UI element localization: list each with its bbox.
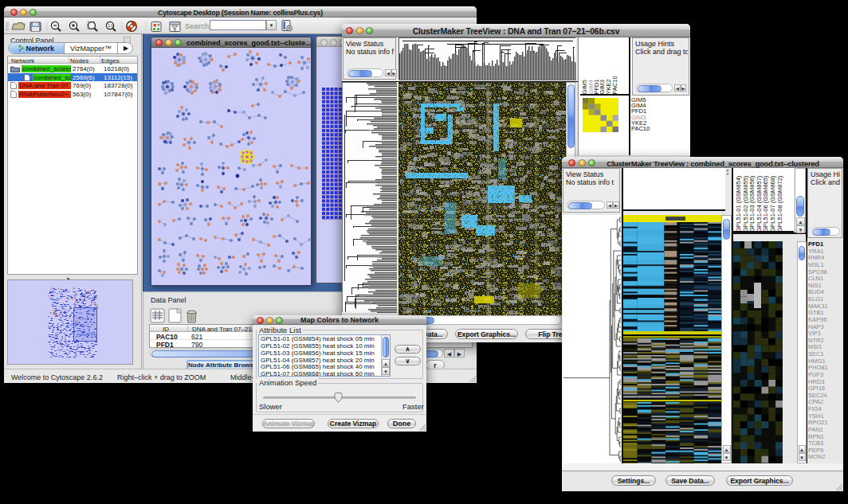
svg-text:1:1: 1:1 bbox=[108, 23, 113, 28]
